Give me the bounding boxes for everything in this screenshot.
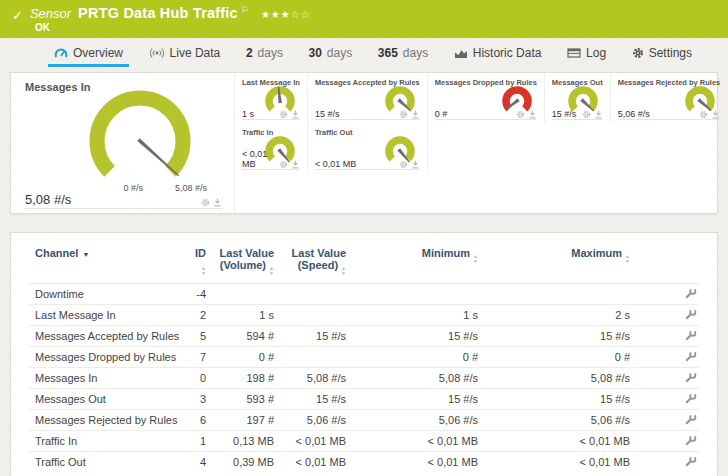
small-gauge-grid: Last Message In1 sMessages Accepted by R…	[235, 73, 728, 213]
cell-min: 5,08 #/s	[352, 368, 484, 389]
cell-actions	[636, 389, 699, 410]
gear-icon[interactable]	[201, 198, 210, 207]
tab-number: 30	[309, 46, 322, 60]
tab-label: Historic Data	[473, 46, 542, 60]
cell-channel: Traffic Out	[29, 452, 182, 473]
gear-icon	[632, 47, 644, 59]
tab-2-days[interactable]: 2days	[240, 38, 289, 67]
download-small-icon[interactable]	[711, 110, 720, 119]
cell-min: 0 #	[352, 347, 484, 368]
cell-id: 4	[182, 452, 212, 473]
cell-volume	[212, 284, 280, 305]
tab-overview[interactable]: Overview	[48, 38, 129, 67]
priority-stars[interactable]: ★★★☆☆	[261, 9, 311, 20]
tab-log[interactable]: Log	[561, 38, 612, 67]
sort-icon: ▲▼	[269, 266, 274, 275]
channel-table-body: Downtime-4Last Message In21 s1 s2 sMessa…	[29, 284, 699, 473]
download-small-icon[interactable]	[411, 110, 420, 119]
table-row: Messages Dropped by Rules70 #0 #0 #	[29, 347, 699, 368]
cell-max: < 0,01 MB	[484, 452, 636, 473]
wrench-icon[interactable]	[684, 455, 697, 468]
col-last-value-volume[interactable]: Last Value (Volume)▲▼	[212, 245, 280, 284]
tab-365-days[interactable]: 365days	[372, 38, 434, 67]
table-row: Last Message In21 s1 s2 s	[29, 305, 699, 326]
cell-min: 15 #/s	[352, 326, 484, 347]
sensor-header-bar: ✓ Sensor PRTG Data Hub Traffic ⚐ ★★★☆☆ O…	[0, 0, 728, 38]
wrench-icon[interactable]	[684, 350, 697, 363]
cell-actions	[636, 284, 699, 305]
cell-max: 2 s	[484, 305, 636, 326]
table-row: Traffic Out40,39 MB< 0,01 MB< 0,01 MB< 0…	[29, 452, 699, 473]
cell-volume: 593 #	[212, 389, 280, 410]
col-actions	[636, 245, 699, 284]
col-channel[interactable]: Channel▼	[29, 245, 182, 284]
tab-settings[interactable]: Settings	[626, 38, 698, 67]
cell-max: 0 #	[484, 347, 636, 368]
log-icon	[567, 47, 581, 59]
wrench-icon[interactable]	[684, 371, 697, 384]
cell-min: < 0,01 MB	[352, 431, 484, 452]
main-gauge-value: 5,08 #/s	[25, 192, 71, 207]
cell-channel: Messages Out	[29, 389, 182, 410]
cell-volume: 0,39 MB	[212, 452, 280, 473]
cell-actions	[636, 452, 699, 473]
wrench-icon[interactable]	[684, 329, 697, 342]
tab-number: 2	[246, 46, 253, 60]
cell-id: 5	[182, 326, 212, 347]
overview-panel: Messages In 0 #/s 5,08 #/s 5,08 #/s Last…	[10, 72, 718, 214]
cell-speed	[280, 347, 352, 368]
tab-live-data[interactable]: Live Data	[143, 38, 227, 67]
gauge-last-message-in: Last Message In1 s	[235, 73, 308, 123]
download-small-icon[interactable]	[528, 110, 537, 119]
cell-channel: Messages Dropped by Rules	[29, 347, 182, 368]
wrench-icon[interactable]	[684, 308, 697, 321]
sort-icon: ▲▼	[201, 266, 206, 275]
cell-actions	[636, 347, 699, 368]
gauge-footer: 0 #	[435, 107, 537, 120]
gauge-value: 1 s	[242, 109, 254, 119]
col-last-value-speed[interactable]: Last Value (Speed)▲▼	[280, 245, 352, 284]
gear-small-icon[interactable]	[399, 110, 408, 119]
cell-speed: 15 #/s	[280, 389, 352, 410]
tab-label: Log	[586, 46, 606, 60]
tab-30-days[interactable]: 30days	[303, 38, 359, 67]
download-small-icon[interactable]	[594, 110, 603, 119]
gear-small-icon[interactable]	[399, 160, 408, 169]
cell-volume: 197 #	[212, 410, 280, 431]
gear-small-icon[interactable]	[516, 110, 525, 119]
download-icon[interactable]	[213, 198, 222, 207]
cell-id: 6	[182, 410, 212, 431]
tab-historic-data[interactable]: Historic Data	[448, 38, 548, 67]
cell-actions	[636, 431, 699, 452]
cell-max: 15 #/s	[484, 326, 636, 347]
gauge-footer: 1 s	[242, 107, 300, 120]
wrench-icon[interactable]	[684, 287, 697, 300]
col-id[interactable]: ID▲▼	[182, 245, 212, 284]
download-small-icon[interactable]	[411, 160, 420, 169]
gear-small-icon[interactable]	[279, 160, 288, 169]
gauge-footer: 15 #/s	[552, 107, 603, 120]
download-small-icon[interactable]	[291, 110, 300, 119]
channel-table-panel: Channel▼ ID▲▼ Last Value (Volume)▲▼ Last…	[10, 232, 718, 476]
table-row: Messages Accepted by Rules5594 #15 #/s15…	[29, 326, 699, 347]
cell-channel: Last Message In	[29, 305, 182, 326]
cell-speed	[280, 284, 352, 305]
col-maximum[interactable]: Maximum▲▼	[484, 245, 636, 284]
col-minimum[interactable]: Minimum▲▼	[352, 245, 484, 284]
gauge-icon	[54, 47, 68, 59]
download-small-icon[interactable]	[291, 160, 300, 169]
cell-id: 3	[182, 389, 212, 410]
ok-check-icon: ✓	[12, 8, 23, 38]
gear-small-icon[interactable]	[699, 110, 708, 119]
gear-small-icon[interactable]	[582, 110, 591, 119]
cell-volume: 594 #	[212, 326, 280, 347]
cell-channel: Traffic In	[29, 431, 182, 452]
wrench-icon[interactable]	[684, 392, 697, 405]
cell-actions	[636, 410, 699, 431]
wrench-icon[interactable]	[684, 434, 697, 447]
wrench-icon[interactable]	[684, 413, 697, 426]
main-gauge-footer: 5,08 #/s	[25, 192, 222, 209]
cell-channel: Messages Accepted by Rules	[29, 326, 182, 347]
gear-small-icon[interactable]	[279, 110, 288, 119]
table-row: Messages In0198 #5,08 #/s5,08 #/s5,08 #/…	[29, 368, 699, 389]
